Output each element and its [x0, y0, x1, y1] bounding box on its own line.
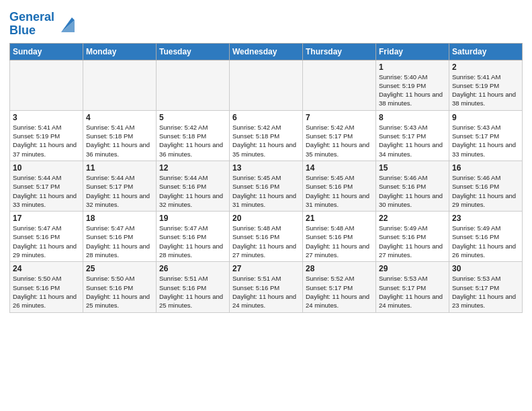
day-info: Sunrise: 5:49 AMSunset: 5:16 PMDaylight:…	[452, 224, 519, 259]
day-info: Sunrise: 5:44 AMSunset: 5:17 PMDaylight:…	[86, 173, 153, 209]
day-number: 20	[232, 214, 300, 223]
day-number: 22	[379, 214, 446, 223]
calendar-day-cell: 1Sunrise: 5:40 AMSunset: 5:19 PMDaylight…	[376, 60, 449, 110]
day-number: 16	[452, 163, 519, 173]
calendar-day-cell: 5Sunrise: 5:42 AMSunset: 5:18 PMDaylight…	[157, 110, 230, 161]
calendar-day-cell: 17Sunrise: 5:47 AMSunset: 5:16 PMDayligh…	[10, 212, 83, 262]
calendar-day-cell	[157, 60, 230, 110]
calendar-day-cell: 30Sunrise: 5:53 AMSunset: 5:17 PMDayligh…	[449, 262, 523, 312]
calendar-day-cell: 6Sunrise: 5:42 AMSunset: 5:18 PMDaylight…	[230, 110, 303, 161]
day-number: 6	[232, 113, 300, 122]
calendar-day-cell: 20Sunrise: 5:48 AMSunset: 5:16 PMDayligh…	[230, 212, 303, 262]
day-info: Sunrise: 5:50 AMSunset: 5:16 PMDaylight:…	[86, 274, 153, 310]
day-number: 10	[13, 163, 80, 173]
weekday-header: Friday	[376, 43, 449, 60]
calendar-week-row: 1Sunrise: 5:40 AMSunset: 5:19 PMDaylight…	[10, 60, 523, 110]
weekday-header: Tuesday	[157, 43, 230, 60]
logo-blue: Blue	[9, 24, 54, 38]
day-number: 12	[159, 163, 226, 173]
calendar-day-cell	[10, 60, 83, 110]
day-info: Sunrise: 5:45 AMSunset: 5:16 PMDaylight:…	[306, 173, 373, 209]
calendar-day-cell: 21Sunrise: 5:48 AMSunset: 5:16 PMDayligh…	[303, 212, 376, 262]
calendar-day-cell: 10Sunrise: 5:44 AMSunset: 5:17 PMDayligh…	[10, 161, 83, 211]
logo-blue-text: Blue	[9, 24, 36, 37]
day-number: 13	[232, 163, 300, 173]
day-info: Sunrise: 5:47 AMSunset: 5:16 PMDaylight:…	[159, 224, 226, 259]
day-number: 25	[86, 264, 153, 273]
calendar-day-cell: 13Sunrise: 5:45 AMSunset: 5:16 PMDayligh…	[230, 161, 303, 211]
day-number: 17	[13, 214, 80, 223]
day-number: 30	[452, 264, 519, 273]
day-number: 21	[306, 214, 373, 223]
logo-icon	[56, 13, 77, 35]
calendar-week-row: 10Sunrise: 5:44 AMSunset: 5:17 PMDayligh…	[10, 161, 523, 211]
calendar-day-cell: 2Sunrise: 5:41 AMSunset: 5:19 PMDaylight…	[449, 60, 523, 110]
day-number: 27	[232, 264, 300, 273]
day-info: Sunrise: 5:44 AMSunset: 5:16 PMDaylight:…	[159, 173, 226, 209]
day-number: 5	[159, 113, 226, 122]
day-info: Sunrise: 5:42 AMSunset: 5:17 PMDaylight:…	[306, 123, 373, 158]
calendar-day-cell: 12Sunrise: 5:44 AMSunset: 5:16 PMDayligh…	[157, 161, 230, 211]
calendar-day-cell: 24Sunrise: 5:50 AMSunset: 5:16 PMDayligh…	[10, 262, 83, 312]
day-info: Sunrise: 5:42 AMSunset: 5:18 PMDaylight:…	[159, 123, 226, 158]
calendar-day-cell: 15Sunrise: 5:46 AMSunset: 5:16 PMDayligh…	[376, 161, 449, 211]
calendar-day-cell: 18Sunrise: 5:47 AMSunset: 5:16 PMDayligh…	[83, 212, 157, 262]
day-number: 26	[159, 264, 226, 273]
day-info: Sunrise: 5:52 AMSunset: 5:17 PMDaylight:…	[306, 274, 373, 310]
day-info: Sunrise: 5:53 AMSunset: 5:17 PMDaylight:…	[452, 274, 519, 310]
day-number: 18	[86, 214, 153, 223]
day-number: 2	[452, 62, 519, 72]
day-info: Sunrise: 5:43 AMSunset: 5:17 PMDaylight:…	[379, 123, 446, 158]
day-info: Sunrise: 5:46 AMSunset: 5:16 PMDaylight:…	[379, 173, 446, 209]
logo: General Blue	[9, 11, 77, 38]
logo-text: General	[9, 11, 54, 24]
day-info: Sunrise: 5:50 AMSunset: 5:16 PMDaylight:…	[13, 274, 80, 310]
day-info: Sunrise: 5:43 AMSunset: 5:17 PMDaylight:…	[452, 123, 519, 158]
day-number: 11	[86, 163, 153, 173]
calendar-table: SundayMondayTuesdayWednesdayThursdayFrid…	[9, 43, 523, 313]
calendar-day-cell: 26Sunrise: 5:51 AMSunset: 5:16 PMDayligh…	[157, 262, 230, 312]
calendar-day-cell: 28Sunrise: 5:52 AMSunset: 5:17 PMDayligh…	[303, 262, 376, 312]
calendar-day-cell	[303, 60, 376, 110]
day-info: Sunrise: 5:45 AMSunset: 5:16 PMDaylight:…	[232, 173, 300, 209]
day-number: 4	[86, 113, 153, 122]
day-info: Sunrise: 5:48 AMSunset: 5:16 PMDaylight:…	[232, 224, 300, 259]
calendar-day-cell: 4Sunrise: 5:41 AMSunset: 5:18 PMDaylight…	[83, 110, 157, 161]
day-number: 7	[306, 113, 373, 122]
calendar-day-cell: 25Sunrise: 5:50 AMSunset: 5:16 PMDayligh…	[83, 262, 157, 312]
calendar-day-cell: 11Sunrise: 5:44 AMSunset: 5:17 PMDayligh…	[83, 161, 157, 211]
day-number: 28	[306, 264, 373, 273]
day-info: Sunrise: 5:42 AMSunset: 5:18 PMDaylight:…	[232, 123, 300, 158]
logo-general: General	[9, 10, 54, 24]
weekday-header: Monday	[83, 43, 157, 60]
calendar-day-cell: 14Sunrise: 5:45 AMSunset: 5:16 PMDayligh…	[303, 161, 376, 211]
day-number: 15	[379, 163, 446, 173]
calendar-day-cell: 19Sunrise: 5:47 AMSunset: 5:16 PMDayligh…	[157, 212, 230, 262]
day-number: 23	[452, 214, 519, 223]
header: General Blue	[9, 7, 523, 38]
day-info: Sunrise: 5:51 AMSunset: 5:16 PMDaylight:…	[159, 274, 226, 310]
day-info: Sunrise: 5:47 AMSunset: 5:16 PMDaylight:…	[86, 224, 153, 259]
calendar-day-cell: 22Sunrise: 5:49 AMSunset: 5:16 PMDayligh…	[376, 212, 449, 262]
day-info: Sunrise: 5:41 AMSunset: 5:18 PMDaylight:…	[86, 123, 153, 158]
calendar-day-cell	[230, 60, 303, 110]
day-number: 3	[13, 113, 80, 122]
weekday-header: Sunday	[10, 43, 83, 60]
calendar-day-cell: 3Sunrise: 5:41 AMSunset: 5:19 PMDaylight…	[10, 110, 83, 161]
day-number: 14	[306, 163, 373, 173]
day-info: Sunrise: 5:53 AMSunset: 5:17 PMDaylight:…	[379, 274, 446, 310]
day-info: Sunrise: 5:44 AMSunset: 5:17 PMDaylight:…	[13, 173, 80, 209]
day-info: Sunrise: 5:48 AMSunset: 5:16 PMDaylight:…	[306, 224, 373, 259]
weekday-header: Saturday	[449, 43, 523, 60]
day-number: 19	[159, 214, 226, 223]
day-number: 24	[13, 264, 80, 273]
calendar-day-cell: 9Sunrise: 5:43 AMSunset: 5:17 PMDaylight…	[449, 110, 523, 161]
day-info: Sunrise: 5:46 AMSunset: 5:16 PMDaylight:…	[452, 173, 519, 209]
calendar-day-cell: 8Sunrise: 5:43 AMSunset: 5:17 PMDaylight…	[376, 110, 449, 161]
weekday-header: Thursday	[303, 43, 376, 60]
calendar-day-cell: 16Sunrise: 5:46 AMSunset: 5:16 PMDayligh…	[449, 161, 523, 211]
day-info: Sunrise: 5:41 AMSunset: 5:19 PMDaylight:…	[13, 123, 80, 158]
calendar-day-cell: 23Sunrise: 5:49 AMSunset: 5:16 PMDayligh…	[449, 212, 523, 262]
calendar-day-cell	[83, 60, 157, 110]
calendar-day-cell: 29Sunrise: 5:53 AMSunset: 5:17 PMDayligh…	[376, 262, 449, 312]
